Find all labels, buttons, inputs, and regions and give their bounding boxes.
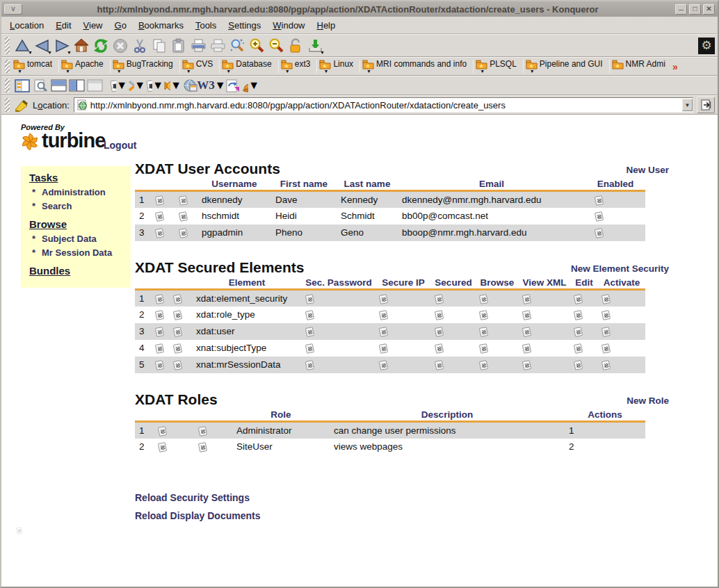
menu-tools[interactable]: Tools bbox=[195, 20, 216, 31]
secured-icon[interactable] bbox=[435, 343, 444, 354]
save-url-button[interactable]: ▼ bbox=[305, 36, 325, 56]
edit-icon[interactable] bbox=[574, 343, 583, 354]
enabled-status-icon[interactable] bbox=[595, 195, 604, 206]
browse-icon[interactable] bbox=[479, 294, 488, 304]
split-view-left-right-button[interactable] bbox=[67, 77, 86, 94]
edit-item-icon[interactable] bbox=[155, 228, 164, 238]
bookmarks-overflow-button[interactable]: » bbox=[672, 61, 678, 72]
url-input[interactable]: http://xmlnbyond.nmr.mgh.harvard.edu:808… bbox=[74, 97, 693, 113]
delete-item-icon[interactable] bbox=[179, 211, 188, 222]
edit-icon[interactable] bbox=[574, 294, 583, 304]
clear-location-button[interactable] bbox=[13, 97, 30, 113]
view-xml-icon[interactable] bbox=[522, 360, 531, 370]
activate-icon[interactable] bbox=[601, 294, 611, 304]
paste-button[interactable] bbox=[169, 36, 188, 56]
new-element-security-link[interactable]: New Element Security bbox=[571, 263, 669, 274]
bookmark-bugtracking[interactable]: ★ BugTracking▼ bbox=[113, 59, 173, 74]
secure-ip-icon[interactable] bbox=[379, 294, 388, 304]
print-button[interactable] bbox=[188, 36, 208, 56]
new-window-button[interactable] bbox=[86, 77, 104, 94]
bookmark-apache[interactable]: ★ Apache▼ bbox=[61, 59, 104, 74]
maximize-button[interactable]: □ bbox=[689, 4, 701, 15]
edit-item-icon[interactable] bbox=[158, 426, 167, 436]
sec-password-icon[interactable] bbox=[305, 360, 314, 370]
delete-item-icon[interactable] bbox=[179, 228, 188, 238]
go-button[interactable] bbox=[697, 97, 715, 113]
find-file-button[interactable] bbox=[31, 77, 49, 94]
bookmark-database[interactable]: ★ Database▼ bbox=[222, 59, 271, 74]
menu-view[interactable]: View bbox=[83, 20, 103, 31]
url-text[interactable]: http://xmlnbyond.nmr.mgh.harvard.edu:808… bbox=[90, 100, 682, 111]
edit-item-icon[interactable] bbox=[158, 442, 167, 452]
menu-edit[interactable]: Edit bbox=[56, 20, 71, 31]
sidebar-item-subject-data[interactable]: *Subject Data bbox=[29, 234, 124, 244]
view-xml-icon[interactable] bbox=[522, 310, 531, 320]
split-view-top-bottom-button[interactable] bbox=[49, 77, 67, 94]
back-button[interactable]: ▼ bbox=[33, 36, 52, 56]
menu-bookmarks[interactable]: Bookmarks bbox=[138, 20, 184, 31]
sidebar-item-search[interactable]: *Search bbox=[29, 201, 124, 211]
view-xml-icon[interactable] bbox=[522, 294, 531, 304]
browse-icon[interactable] bbox=[479, 343, 488, 354]
bookmark-pipeline-gui[interactable]: ★ Pipeline and GUI▼ bbox=[526, 59, 603, 74]
menu-window[interactable]: Window bbox=[273, 20, 305, 31]
secure-ip-icon[interactable] bbox=[379, 343, 388, 354]
copy-button[interactable] bbox=[150, 36, 169, 56]
plugins-button[interactable]: ▼ bbox=[241, 77, 259, 94]
enabled-status-icon[interactable] bbox=[595, 211, 604, 222]
edit-icon[interactable] bbox=[574, 310, 583, 320]
delete-item-icon[interactable] bbox=[198, 426, 207, 436]
sec-password-icon[interactable] bbox=[305, 343, 314, 354]
menu-help[interactable]: Help bbox=[317, 20, 336, 31]
delete-item-icon[interactable] bbox=[173, 310, 182, 320]
delete-item-icon[interactable] bbox=[198, 442, 207, 452]
url-history-dropdown[interactable]: ▼ bbox=[682, 99, 693, 111]
minimize-button[interactable]: — bbox=[675, 4, 687, 15]
browse-icon[interactable] bbox=[479, 327, 488, 337]
reload-display-documents-link[interactable]: Reload Display Documents bbox=[135, 510, 261, 521]
toolbar-grip[interactable] bbox=[5, 37, 10, 54]
up-button[interactable]: ▼ bbox=[13, 36, 33, 56]
enabled-status-icon[interactable] bbox=[595, 228, 604, 238]
activate-icon[interactable] bbox=[601, 343, 611, 354]
toolbar-grip[interactable] bbox=[5, 60, 10, 73]
bookmark-plsql[interactable]: ★ PLSQL▼ bbox=[476, 59, 517, 74]
zoom-out-button[interactable] bbox=[266, 36, 286, 56]
bookmark-cvs[interactable]: ★ CVS▼ bbox=[182, 59, 213, 74]
browse-icon[interactable] bbox=[479, 310, 488, 320]
secured-icon[interactable] bbox=[435, 327, 444, 337]
security-lock-button[interactable] bbox=[286, 36, 305, 56]
edit-item-icon[interactable] bbox=[155, 294, 164, 304]
translate-babelfish-button[interactable]: ▼ bbox=[163, 77, 181, 94]
secure-ip-icon[interactable] bbox=[379, 327, 388, 337]
secure-ip-icon[interactable] bbox=[379, 310, 388, 320]
menu-settings[interactable]: Settings bbox=[228, 20, 261, 31]
new-user-link[interactable]: New User bbox=[626, 165, 669, 175]
delete-item-icon[interactable] bbox=[179, 195, 188, 206]
sidebar-item-administration[interactable]: *Administration bbox=[29, 187, 124, 197]
toolbar-grip[interactable] bbox=[5, 79, 10, 92]
window-menu-button[interactable]: v bbox=[4, 4, 22, 15]
edit-item-icon[interactable] bbox=[155, 360, 164, 370]
delete-item-icon[interactable] bbox=[173, 343, 182, 354]
activate-icon[interactable] bbox=[601, 327, 611, 337]
menu-location[interactable]: Location bbox=[10, 20, 44, 31]
sidebar-item-mr-session-data[interactable]: *Mr Session Data bbox=[29, 247, 124, 258]
validate-html-button[interactable]: ▼ bbox=[109, 77, 127, 94]
bookmark-mri-commands[interactable]: ★ MRI commands and info▼ bbox=[362, 59, 467, 74]
home-button[interactable] bbox=[72, 36, 91, 56]
find-button[interactable] bbox=[227, 36, 247, 56]
edit-item-icon[interactable] bbox=[155, 211, 164, 222]
show-sidebar-button[interactable] bbox=[13, 77, 31, 94]
edit-item-icon[interactable] bbox=[155, 343, 164, 354]
view-xml-icon[interactable] bbox=[522, 327, 531, 337]
bookmark-nmr-admin[interactable]: ★ NMR Admi bbox=[612, 59, 665, 74]
bookmark-linux[interactable]: ★ Linux▼ bbox=[319, 59, 353, 74]
edit-icon[interactable] bbox=[574, 360, 583, 370]
delete-item-icon[interactable] bbox=[173, 360, 182, 370]
secured-icon[interactable] bbox=[435, 360, 444, 370]
w3c-validator-button[interactable]: W3 ▼ bbox=[200, 77, 223, 94]
bookmark-ext3[interactable]: ★ ext3▼ bbox=[281, 59, 311, 74]
reload-button[interactable] bbox=[91, 36, 111, 56]
browse-icon[interactable] bbox=[479, 360, 488, 370]
